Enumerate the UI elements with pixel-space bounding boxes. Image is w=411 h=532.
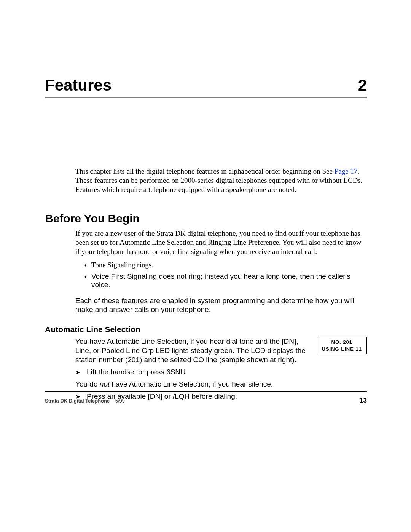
als-arrow-1: Lift the handset or press 6SNU xyxy=(75,368,367,376)
als-p1c: 201 xyxy=(127,356,140,364)
als-arrow-1-item: Lift the handset or press 6SNU xyxy=(75,368,367,376)
footer: Strata DK Digital Telephone 5/99 13 xyxy=(45,397,367,404)
heading-automatic-line-selection: Automatic Line Selection xyxy=(45,325,367,334)
byb-bullet-1: Tone Signaling rings. xyxy=(84,261,367,269)
als-p1a: You have xyxy=(75,337,107,345)
byb-para2: Each of these features are enabled in sy… xyxy=(75,296,367,315)
byb-bullets: Tone Signaling rings. Voice First Signal… xyxy=(75,261,367,289)
footer-title: Strata DK Digital Telephone xyxy=(45,398,110,404)
als-a1a: Lift the handset or press xyxy=(87,368,166,376)
chapter-header: Features 2 xyxy=(45,76,367,98)
heading-before-you-begin: Before You Begin xyxy=(45,212,367,225)
als-p2a: You do xyxy=(75,380,100,388)
als-para2: You do not have Automatic Line Selection… xyxy=(75,380,367,388)
page: Features 2 This chapter lists all the di… xyxy=(45,76,367,404)
page-link[interactable]: Page 17 xyxy=(335,167,358,175)
byb-para1: If you are a new user of the Strata DK d… xyxy=(75,229,367,256)
als-p1d: ) and the seized CO line (sample shown a… xyxy=(140,356,296,364)
als-p2b: not xyxy=(100,380,110,388)
als-p2c: have Automatic Line Selection, if you he… xyxy=(110,380,273,388)
footer-rule xyxy=(45,391,367,392)
page-number: 13 xyxy=(360,397,367,404)
before-you-begin-body: If you are a new user of the Strata DK d… xyxy=(75,229,367,256)
footer-left: Strata DK Digital Telephone 5/99 xyxy=(45,398,125,404)
lcd-sample: NO. 201 USING LINE 11 xyxy=(317,337,367,354)
byb-bullet-2: Voice First Signaling does not ring; ins… xyxy=(84,272,367,289)
als-a1b: 6SNU xyxy=(166,368,186,376)
chapter-number: 2 xyxy=(358,76,367,94)
intro-lead: This chapter lists all the digital telep… xyxy=(75,167,335,175)
chapter-title: Features xyxy=(45,76,112,94)
lcd-line2: USING LINE 11 xyxy=(322,346,362,353)
footer-date: 5/99 xyxy=(115,398,125,404)
lcd-line1: NO. 201 xyxy=(322,339,362,346)
auto-line-group: NO. 201 USING LINE 11 You have Automatic… xyxy=(75,337,367,364)
intro-paragraph: This chapter lists all the digital telep… xyxy=(75,167,367,194)
